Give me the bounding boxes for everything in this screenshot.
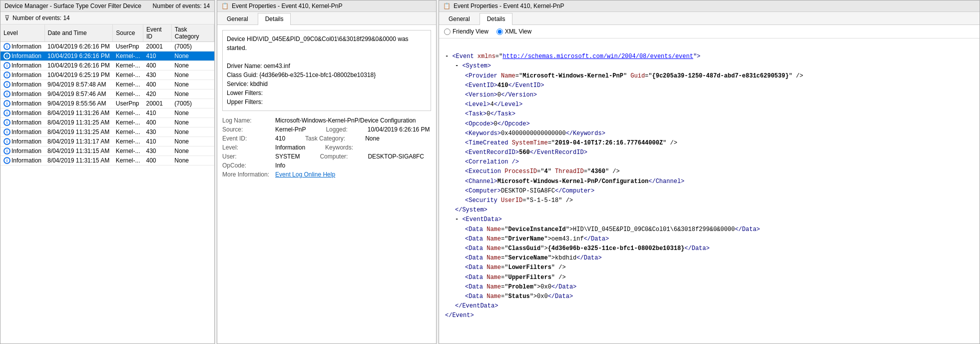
xml-eventrecordid: <EventRecordID>560</EventRecordID>	[445, 148, 974, 158]
cell-level: i Information	[0, 137, 44, 146]
cell-task: (7005)	[171, 42, 214, 52]
cell-task: None	[171, 70, 214, 80]
cell-eventid: 20001	[143, 99, 171, 108]
col-source[interactable]: Source	[113, 24, 143, 42]
xml-erid-val: 560	[519, 149, 530, 156]
cell-level: i Information	[0, 80, 44, 90]
xml-drv-val: oem43.inf	[551, 236, 584, 242]
cell-eventid: 410	[143, 52, 171, 61]
xml-data-servicename: <Data Name="ServiceName">kbdhid</Data>	[445, 254, 974, 263]
task-cat-label: Task Category:	[305, 135, 345, 142]
xml-pid-val: 4	[544, 168, 547, 175]
panel2-titlebar: 📋 Event Properties - Event 410, Kernel-P…	[217, 0, 436, 12]
event-icon: 📋	[221, 2, 229, 10]
info-icon: i	[3, 157, 10, 164]
opcode-value: Info	[275, 162, 431, 169]
table-row[interactable]: i Information 10/04/2019 6:26:16 PM Kern…	[0, 61, 214, 70]
tab3-general[interactable]: General	[441, 13, 478, 24]
xml-time-val: 2019-04-10T17:26:16.777644000Z	[555, 140, 663, 146]
col-level[interactable]: Level	[0, 24, 44, 42]
cell-datetime: 9/04/2019 8:55:56 AM	[44, 99, 113, 108]
cell-source: Kernel-...	[113, 70, 143, 80]
table-row[interactable]: i Information 9/04/2019 8:57:48 AM Kerne…	[0, 80, 214, 90]
cell-level: i Information	[0, 70, 44, 80]
xml-correlation: <Correlation />	[445, 158, 974, 167]
more-info-link[interactable]: Event Log Online Help	[275, 171, 431, 178]
cell-source: UserPnp	[113, 42, 143, 52]
xml-keywords: <Keywords>0x4000000000000000</Keywords>	[445, 129, 974, 138]
table-row[interactable]: i Information 8/04/2019 11:31:17 AM Kern…	[0, 137, 214, 146]
cell-task: None	[171, 146, 214, 156]
cell-eventid: 430	[143, 146, 171, 156]
cell-datetime: 10/04/2019 6:25:19 PM	[44, 70, 113, 80]
xml-prob-val: 0x0	[540, 284, 551, 290]
friendly-view-radio[interactable]	[444, 28, 451, 35]
friendly-view-option[interactable]: Friendly View	[444, 28, 489, 35]
computer-label: Computer:	[320, 153, 348, 160]
panel2-tabs: General Details	[217, 12, 436, 25]
table-row[interactable]: i Information 10/04/2019 6:25:19 PM Kern…	[0, 70, 214, 80]
xml-xmlns-link[interactable]: http://schemas.microsoft.com/win/2004/08…	[502, 53, 693, 60]
table-row[interactable]: i Information 9/04/2019 8:55:56 AM UserP…	[0, 99, 214, 108]
info-icon: i	[3, 119, 10, 126]
table-row[interactable]: i Information 8/04/2019 11:31:15 AM Kern…	[0, 146, 214, 156]
xml-data-classguid: <Data Name="ClassGuid">{4d36e96b-e325-11…	[445, 244, 974, 254]
xml-view-option[interactable]: XML View	[496, 28, 531, 35]
table-row[interactable]: i Information 10/04/2019 6:26:16 PM User…	[0, 42, 214, 52]
col-eventid[interactable]: Event ID	[143, 24, 171, 42]
desc-service: Service: kbdhid	[227, 80, 427, 88]
cell-task: None	[171, 61, 214, 70]
cell-source: Kernel-...	[113, 156, 143, 166]
cell-source: Kernel-...	[113, 128, 143, 137]
col-datetime[interactable]: Date and Time	[44, 24, 113, 42]
col-task[interactable]: Task Category	[171, 24, 214, 42]
cell-level: i Information	[0, 156, 44, 166]
tab-general[interactable]: General	[219, 13, 256, 24]
xml-opcode-val: 0	[494, 120, 497, 128]
cell-task: (7005)	[171, 99, 214, 108]
xml-data-problem: <Data Name="Problem">0x0</Data>	[445, 282, 974, 292]
xml-data-drivername: <Data Name="DriverName">oem43.inf</Data>	[445, 234, 974, 244]
cell-datetime: 8/04/2019 11:31:25 AM	[44, 118, 113, 128]
cell-level: i Information	[0, 99, 44, 108]
table-row[interactable]: i Information 8/04/2019 11:31:15 AM Kern…	[0, 156, 214, 166]
panel3-title: Event Properties - Event 410, Kernel-PnP	[454, 2, 564, 10]
panel1-titlebar: Device Manager - Surface Type Cover Filt…	[0, 0, 214, 12]
xml-tid-val: 4360	[591, 168, 605, 175]
cell-eventid: 420	[143, 90, 171, 99]
table-row[interactable]: i Information 8/04/2019 11:31:25 AM Kern…	[0, 118, 214, 128]
xml-timecreated: <TimeCreated SystemTime="2019-04-10T17:2…	[445, 138, 974, 148]
cell-source: Kernel-...	[113, 146, 143, 156]
event-table: Level Date and Time Source Event ID Task…	[0, 24, 214, 166]
table-row[interactable]: i Information 8/04/2019 11:31:26 AM Kern…	[0, 108, 214, 118]
xml-system-close: </System>	[445, 206, 974, 215]
xml-data-deviceid: <Data Name="DeviceInstanceId">HID\VID_04…	[445, 225, 974, 234]
info-icon: i	[3, 128, 10, 136]
xml-data-status: <Data Name="Status">0x0</Data>	[445, 292, 974, 302]
xml-view-radio[interactable]	[496, 28, 503, 35]
table-row[interactable]: i Information 8/04/2019 11:31:25 AM Kern…	[0, 128, 214, 137]
description-box: Device HID\VID_045E&PID_09C0&Col01\6&301…	[222, 30, 431, 111]
more-info-label: More Information:	[222, 171, 269, 178]
cell-datetime: 9/04/2019 8:57:46 AM	[44, 90, 113, 99]
cell-level: i Information	[0, 108, 44, 118]
event-icon2: 📋	[443, 2, 451, 10]
xml-cg-val: {4d36e96b-e325-11ce-bfc1-08002be10318}	[548, 245, 685, 252]
tab-details[interactable]: Details	[258, 13, 291, 25]
cell-eventid: 400	[143, 118, 171, 128]
table-row[interactable]: i Information 10/04/2019 6:26:16 PM Kern…	[0, 52, 214, 61]
xml-properties-panel: 📋 Event Properties - Event 410, Kernel-P…	[439, 0, 980, 344]
table-row[interactable]: i Information 9/04/2019 8:57:46 AM Kerne…	[0, 90, 214, 99]
info-icon: i	[3, 110, 10, 116]
level-label: Level:	[222, 144, 269, 151]
view-options: Friendly View XML View	[439, 25, 980, 38]
desc-upper: Upper Filters:	[227, 98, 427, 106]
xml-provider-name: Microsoft-Windows-Kernel-PnP	[522, 72, 623, 80]
xml-level-val: 4	[490, 101, 493, 108]
tab3-details[interactable]: Details	[480, 13, 513, 25]
panel3-titlebar: 📋 Event Properties - Event 410, Kernel-P…	[439, 0, 980, 12]
xml-eventdata-open: - <EventData>	[445, 215, 974, 224]
cell-datetime: 10/04/2019 6:26:16 PM	[44, 42, 113, 52]
friendly-view-label: Friendly View	[453, 28, 489, 35]
cell-source: Kernel-...	[113, 118, 143, 128]
